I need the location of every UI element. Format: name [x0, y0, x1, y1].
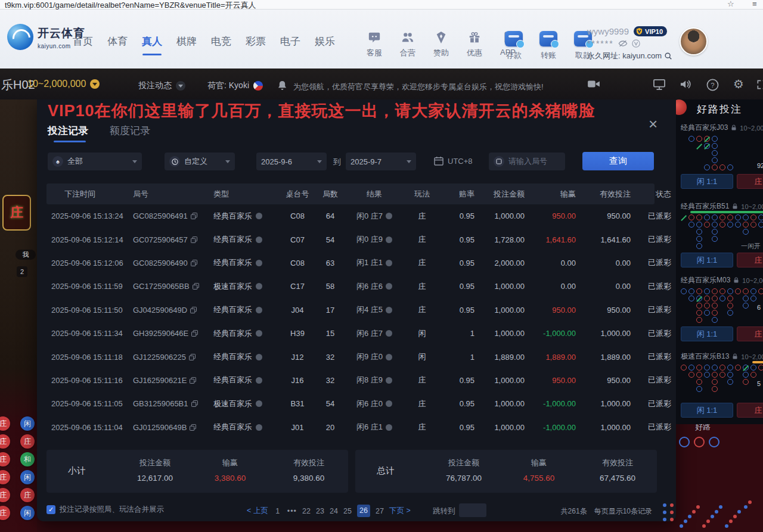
cards-dot-icon[interactable]	[386, 354, 392, 360]
v-circle-icon[interactable]	[632, 39, 640, 48]
copy-icon[interactable]	[189, 354, 196, 360]
page-button-active[interactable]: 26	[357, 505, 370, 517]
cards-dot-icon[interactable]	[386, 237, 392, 243]
banker-bet-button[interactable]: 庄 1:0.95	[737, 253, 763, 267]
game-type-dropdown[interactable]: ♠ 全部	[48, 153, 142, 170]
cards-dot-icon[interactable]	[386, 377, 392, 384]
money-link-deposit[interactable]: 存款	[501, 31, 527, 61]
info-dot-icon[interactable]	[256, 424, 262, 431]
info-dot-icon[interactable]	[256, 307, 262, 313]
copy-icon[interactable]	[191, 213, 197, 219]
table-row: 2025-09-06 15:11:18GJ1225906225经典百家乐J123…	[46, 345, 655, 368]
settings-gear-icon[interactable]: ⚙	[733, 77, 744, 91]
banker-bet-button[interactable]: 庄 1:0.95	[737, 174, 763, 189]
player-bet-button[interactable]: 闲 1:1	[681, 253, 733, 267]
merge-checkbox[interactable]: ✓	[46, 505, 55, 514]
info-dot-icon[interactable]	[256, 283, 262, 290]
banker-bet-button[interactable]: 庄 1:0.95	[737, 403, 763, 418]
banker-bet-button[interactable]: 庄 1:0.95	[737, 326, 763, 341]
quick-link-partner[interactable]: 合营	[395, 31, 421, 58]
player-bet-button[interactable]: 闲 1:1	[681, 326, 733, 341]
copy-icon[interactable]	[190, 307, 197, 313]
road-dot	[663, 511, 666, 514]
copy-icon[interactable]	[191, 330, 198, 337]
prev-page-button[interactable]: < 上页	[247, 506, 268, 516]
page-button[interactable]: 23	[316, 507, 324, 515]
info-dot-icon[interactable]	[256, 237, 262, 243]
cards-dot-icon[interactable]	[386, 424, 392, 431]
fullscreen-icon[interactable]	[756, 79, 763, 93]
cards-dot-icon[interactable]	[386, 330, 392, 337]
player-bet-button[interactable]: 闲 1:1	[681, 403, 733, 418]
copy-icon[interactable]	[191, 237, 197, 243]
nav-item-5[interactable]: 电竞	[211, 35, 231, 55]
page-button[interactable]: 27	[376, 507, 384, 515]
avatar[interactable]	[680, 27, 708, 55]
browser-url-bar[interactable]: t9km.vip:6001/game/detail/realbet?enName…	[0, 0, 763, 10]
road-card[interactable]: 经典百家乐B5110~2,000,0一闲开闲 1:1庄 1:0.95	[681, 201, 763, 211]
next-page-button[interactable]: 下页 >	[389, 506, 411, 516]
cards-dot-icon[interactable]	[386, 307, 392, 313]
date-from-dropdown[interactable]: 2025-9-6	[256, 153, 327, 170]
road-card[interactable]: 经典百家乐J0310~2,000,092闲 1:1庄 1:0.95	[681, 123, 763, 133]
time-range-dropdown[interactable]: 自定义	[165, 153, 235, 170]
bet-trend-dropdown[interactable]: 投注动态	[138, 80, 185, 91]
page-button[interactable]: 22	[302, 507, 311, 515]
page-button[interactable]: 1	[274, 507, 282, 515]
cell-round-id: GJ1225906225	[133, 353, 213, 362]
search-icon[interactable]	[664, 52, 672, 60]
speaker-icon[interactable]	[680, 79, 693, 92]
bet-limit-dropdown[interactable]: 10~2,000,000	[27, 79, 100, 89]
cards-dot-icon[interactable]	[386, 260, 392, 266]
nav-item-3[interactable]: 真人	[142, 35, 162, 55]
cards-dot-icon[interactable]	[386, 283, 392, 290]
player-bet-button[interactable]: 闲 1:1	[681, 174, 733, 189]
nav-item-1[interactable]: 首页	[73, 35, 93, 55]
tab-bet-records[interactable]: 投注记录	[48, 124, 88, 138]
video-icon[interactable]	[587, 79, 600, 92]
info-dot-icon[interactable]	[256, 260, 262, 266]
info-dot-icon[interactable]	[256, 213, 262, 219]
help-icon[interactable]: ?	[706, 79, 719, 94]
copy-icon[interactable]	[191, 400, 198, 407]
info-dot-icon[interactable]	[256, 377, 262, 384]
road-card[interactable]: 经典百家乐M0310~2,000,06闲 1:1庄 1:0.95	[681, 275, 763, 285]
nav-item-2[interactable]: 体育	[107, 35, 128, 55]
quick-link-sponsor[interactable]: 赞助	[428, 31, 454, 58]
browser-menu-icon[interactable]: ≡	[752, 0, 757, 8]
username[interactable]: wywy9999	[587, 26, 629, 36]
timezone-selector[interactable]: UTC+8	[434, 156, 473, 166]
page-button[interactable]: 24	[330, 507, 338, 515]
round-number-input[interactable]: 请输入局号	[489, 153, 565, 170]
bookmark-star-icon[interactable]: ☆	[727, 0, 734, 8]
url-text[interactable]: t9km.vip:6001/game/detail/realbet?enName…	[5, 0, 256, 11]
quick-link-promo[interactable]: 优惠	[461, 31, 488, 58]
date-to-dropdown[interactable]: 2025-9-7	[346, 153, 416, 170]
page-button[interactable]: 25	[343, 507, 352, 515]
nav-item-6[interactable]: 彩票	[246, 35, 266, 55]
road-cell-empty	[750, 393, 756, 399]
cards-dot-icon[interactable]	[386, 400, 392, 407]
nav-item-4[interactable]: 棋牌	[176, 35, 197, 55]
info-dot-icon[interactable]	[256, 400, 262, 407]
quick-link-support[interactable]: 客服	[361, 31, 387, 58]
jump-page-input[interactable]	[459, 503, 486, 517]
screen-mode-icon[interactable]	[653, 79, 666, 92]
cards-dot-icon[interactable]	[386, 213, 392, 219]
tab-quota-records[interactable]: 额度记录	[110, 124, 150, 138]
search-button[interactable]: 查询	[582, 152, 654, 170]
eye-off-icon[interactable]	[618, 40, 628, 47]
info-dot-icon[interactable]	[256, 330, 262, 337]
result-text: 闲4 庄5	[356, 304, 383, 315]
copy-icon[interactable]	[193, 283, 199, 290]
nav-item-8[interactable]: 娱乐	[315, 35, 335, 55]
copy-icon[interactable]	[190, 377, 196, 384]
nav-item-7[interactable]: 电子	[280, 35, 300, 55]
copy-icon[interactable]	[190, 424, 196, 431]
road-card[interactable]: 极速百家乐B1310~2,000,05闲 1:1庄 1:0.95	[681, 351, 763, 362]
permanent-url-label: 永久网址: kaiyun.com	[587, 51, 662, 61]
close-icon[interactable]: ×	[649, 116, 657, 132]
copy-icon[interactable]	[191, 260, 197, 266]
info-dot-icon[interactable]	[256, 354, 262, 360]
money-link-transfer[interactable]: 转账	[535, 31, 562, 61]
